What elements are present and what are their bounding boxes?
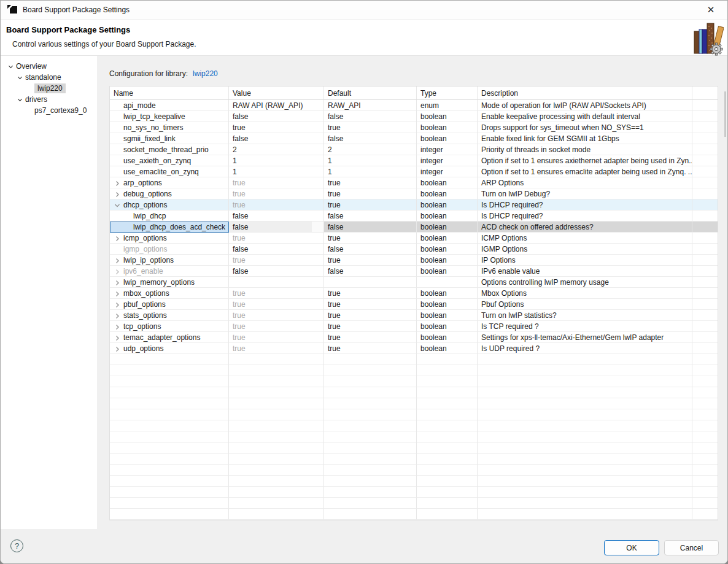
- cancel-button[interactable]: Cancel: [664, 540, 719, 555]
- param-value-cell[interactable]: true: [229, 310, 324, 321]
- empty-table-row[interactable]: [110, 376, 718, 387]
- empty-table-row[interactable]: [110, 476, 718, 487]
- column-header-value[interactable]: Value: [229, 87, 324, 99]
- chevron-right-icon[interactable]: [114, 290, 120, 296]
- param-value-cell[interactable]: true: [229, 332, 324, 343]
- table-row[interactable]: use_axieth_on_zynq11integerOption if set…: [110, 155, 718, 166]
- chevron-right-icon[interactable]: [114, 191, 120, 197]
- chevron-down-icon[interactable]: [114, 202, 120, 208]
- column-header-description[interactable]: Description: [478, 87, 692, 99]
- param-value-cell[interactable]: false: [229, 266, 324, 277]
- param-name-cell[interactable]: arp_options: [110, 177, 229, 188]
- empty-table-row[interactable]: [110, 431, 718, 442]
- param-name-cell[interactable]: icmp_options: [110, 233, 229, 244]
- param-name-cell[interactable]: sgmii_fixed_link: [110, 133, 229, 144]
- param-name-cell[interactable]: socket_mode_thread_prio: [110, 144, 229, 155]
- table-row[interactable]: lwip_ip_optionstruetruebooleanIP Options: [110, 255, 718, 266]
- column-header-type[interactable]: Type: [417, 87, 478, 99]
- column-header-empty[interactable]: [692, 87, 718, 99]
- param-value-cell[interactable]: true: [229, 343, 324, 354]
- param-value-cell[interactable]: RAW API (RAW_API): [229, 100, 324, 111]
- chevron-right-icon[interactable]: [114, 312, 120, 319]
- param-name-cell[interactable]: mbox_options: [110, 288, 229, 299]
- param-value-cell[interactable]: 1: [229, 166, 324, 177]
- chevron-right-icon[interactable]: [114, 279, 120, 285]
- param-name-cell[interactable]: use_axieth_on_zynq: [110, 155, 229, 166]
- column-header-name[interactable]: Name: [110, 87, 229, 99]
- table-row[interactable]: lwip_memory_optionsOptions controlling l…: [110, 277, 718, 288]
- empty-table-row[interactable]: [110, 487, 718, 498]
- param-value-cell[interactable]: true: [229, 255, 324, 266]
- column-header-default[interactable]: Default: [324, 87, 417, 99]
- param-value-cell[interactable]: [229, 277, 324, 288]
- param-value-cell[interactable]: true: [229, 288, 324, 299]
- chevron-right-icon[interactable]: [114, 235, 120, 241]
- empty-table-row[interactable]: [110, 442, 718, 454]
- chevron-right-icon[interactable]: [114, 257, 120, 263]
- empty-table-row[interactable]: [110, 387, 718, 398]
- table-row[interactable]: pbuf_optionstruetruebooleanPbuf Options: [110, 299, 718, 310]
- table-row[interactable]: igmp_optionsfalsefalsebooleanIGMP Option…: [110, 244, 718, 255]
- table-row[interactable]: temac_adapter_optionstruetruebooleanSett…: [110, 332, 718, 343]
- param-name-cell[interactable]: dhcp_options: [110, 199, 229, 211]
- table-row[interactable]: ipv6_enablefalsefalsebooleanIPv6 enable …: [110, 266, 718, 277]
- param-name-cell[interactable]: debug_options: [110, 188, 229, 199]
- table-row[interactable]: tcp_optionstruetruebooleanIs TCP require…: [110, 321, 718, 332]
- param-value-cell[interactable]: true: [229, 233, 324, 244]
- table-row[interactable]: arp_optionstruetruebooleanARP Options: [110, 177, 718, 188]
- table-row[interactable]: lwip_tcp_keepalivefalsefalsebooleanEnabl…: [110, 111, 718, 122]
- param-name-cell[interactable]: igmp_options: [110, 244, 229, 255]
- table-row[interactable]: lwip_dhcpfalsefalsebooleanIs DHCP requir…: [110, 211, 718, 222]
- param-value-cell[interactable]: true: [229, 188, 324, 199]
- param-value-cell[interactable]: false: [229, 222, 324, 233]
- chevron-down-icon[interactable]: [17, 97, 23, 102]
- help-icon[interactable]: ?: [10, 539, 23, 552]
- chevron-right-icon[interactable]: [114, 346, 120, 352]
- table-row[interactable]: use_emaclite_on_zynq11integerOption if s…: [110, 166, 718, 177]
- empty-table-row[interactable]: [110, 420, 718, 431]
- tree-item-standalone[interactable]: standalone: [1, 72, 97, 83]
- param-value-cell[interactable]: true: [229, 177, 324, 188]
- empty-table-row[interactable]: [110, 354, 718, 365]
- param-name-cell[interactable]: pbuf_options: [110, 299, 229, 310]
- chevron-right-icon[interactable]: [114, 334, 120, 341]
- param-name-cell[interactable]: stats_options: [110, 310, 229, 321]
- param-name-cell[interactable]: lwip_dhcp: [110, 211, 229, 222]
- param-value-cell[interactable]: false: [229, 133, 324, 144]
- tree-item-Overview[interactable]: Overview: [1, 61, 97, 72]
- empty-table-row[interactable]: [110, 498, 718, 509]
- param-name-cell[interactable]: lwip_dhcp_does_acd_check: [110, 222, 229, 233]
- table-row[interactable]: mbox_optionstruetruebooleanMbox Options: [110, 288, 718, 299]
- param-value-cell[interactable]: false: [229, 111, 324, 122]
- param-name-cell[interactable]: tcp_options: [110, 321, 229, 332]
- chevron-down-icon[interactable]: [8, 64, 14, 69]
- param-name-cell[interactable]: api_mode: [110, 100, 229, 111]
- param-name-cell[interactable]: lwip_memory_options: [110, 277, 229, 288]
- chevron-right-icon[interactable]: [114, 301, 120, 307]
- empty-table-row[interactable]: [110, 509, 718, 520]
- table-row[interactable]: udp_optionstruetruebooleanIs UDP require…: [110, 343, 718, 354]
- table-row[interactable]: no_sys_no_timerstruetruebooleanDrops sup…: [110, 122, 718, 133]
- chevron-right-icon[interactable]: [114, 323, 120, 330]
- param-name-cell[interactable]: lwip_ip_options: [110, 255, 229, 266]
- param-value-cell[interactable]: true: [229, 199, 324, 211]
- param-value-cell[interactable]: 2: [229, 144, 324, 155]
- tree-item-drivers[interactable]: drivers: [1, 94, 97, 105]
- param-value-cell[interactable]: true: [229, 122, 324, 133]
- table-row[interactable]: debug_optionstruetruebooleanTurn on lwIP…: [110, 188, 718, 199]
- param-name-cell[interactable]: use_emaclite_on_zynq: [110, 166, 229, 177]
- empty-table-row[interactable]: [110, 465, 718, 476]
- table-row[interactable]: dhcp_optionstruetruebooleanIs DHCP requi…: [110, 199, 718, 211]
- param-value-cell[interactable]: 1: [229, 155, 324, 166]
- param-value-cell[interactable]: true: [229, 299, 324, 310]
- table-row[interactable]: sgmii_fixed_linkfalsefalsebooleanEnable …: [110, 133, 718, 144]
- param-value-cell[interactable]: false: [229, 244, 324, 255]
- tree-item-lwip220[interactable]: lwip220: [1, 83, 97, 94]
- config-library-link[interactable]: lwip220: [193, 69, 218, 78]
- chevron-right-icon[interactable]: [114, 268, 120, 274]
- param-name-cell[interactable]: temac_adapter_options: [110, 332, 229, 343]
- empty-table-row[interactable]: [110, 365, 718, 376]
- empty-table-row[interactable]: [110, 409, 718, 420]
- param-value-cell[interactable]: true: [229, 321, 324, 332]
- param-name-cell[interactable]: lwip_tcp_keepalive: [110, 111, 229, 122]
